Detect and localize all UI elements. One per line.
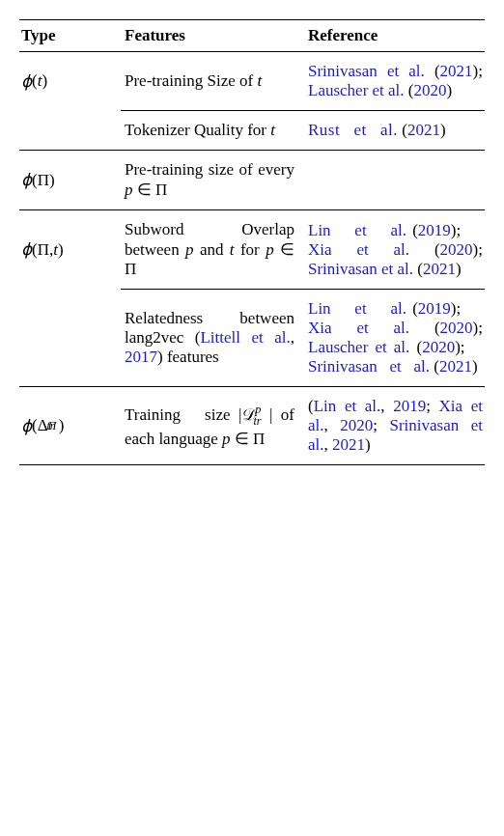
type-cell: ϕ(t) [19,52,121,110]
row-group-phi-t: ϕ(t) Pre-training Size of t Srinivasan e… [19,52,485,150]
table-row: ϕ(t) Pre-training Size of t Srinivasan e… [19,52,485,110]
type-cell: ϕ(Π) [19,151,121,209]
header-type: Type [19,20,121,51]
features-cell: Training size |𝒟ptr | of each language p… [121,387,304,464]
features-cell: Pre-training size of every p ∈ Π [121,151,304,209]
table-row: ϕ(Π) Pre-training size of every p ∈ Π [19,151,485,209]
reference-cell: Rust et al. (2021) [304,111,485,150]
type-cell-empty [19,290,121,386]
features-cell: Pre-training Size of t [121,52,304,110]
header-features: Features [121,20,304,51]
table-row: ϕ(ΔΠtr ) Training size |𝒟ptr | of each l… [19,387,485,464]
table-row: Tokenizer Quality for t Rust et al. (202… [19,111,485,150]
features-cell: Subword Overlap between p and t for p ∈ … [121,210,304,289]
type-cell: ϕ(ΔΠtr ) [19,387,121,464]
type-cell: ϕ(Π, t) [19,210,121,289]
reference-cell: Lin et al. (2019); Xia et al. (2020); La… [304,290,485,386]
table-row: Relatedness between lang2vec (Littell et… [19,290,485,386]
reference-cell [304,151,485,209]
row-group-phi-pi-t: ϕ(Π, t) Subword Overlap between p and t … [19,210,485,386]
type-cell-empty [19,111,121,150]
features-table: Type Features Reference ϕ(t) Pre-trainin… [19,19,485,465]
header-reference: Reference [304,20,485,51]
rule-bottom [19,464,485,465]
table-row: ϕ(Π, t) Subword Overlap between p and t … [19,210,485,289]
features-cell: Relatedness between lang2vec (Littell et… [121,290,304,386]
reference-cell: (Lin et al., 2019; Xia et al., 2020; Sri… [304,387,485,464]
table-header-row: Type Features Reference [19,20,485,51]
reference-cell: Srinivasan et al. (2021); Lauscher et al… [304,52,485,110]
features-cell: Tokenizer Quality for t [121,111,304,150]
reference-cell: Lin et al. (2019); Xia et al. (2020); Sr… [304,210,485,289]
